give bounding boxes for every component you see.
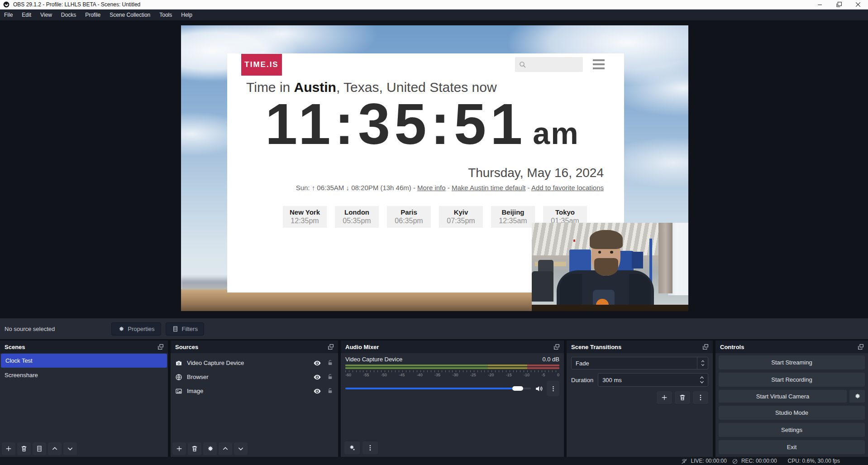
studio-mode-button[interactable]: Studio Mode <box>718 405 865 420</box>
add-source-button[interactable] <box>172 442 186 455</box>
scenes-header: Scenes <box>0 340 168 353</box>
restore-button[interactable] <box>835 1 843 8</box>
remove-transition-button[interactable] <box>675 391 690 404</box>
controls-panel: Controls Start Streaming Start Recording… <box>715 340 868 457</box>
move-scene-up-button[interactable] <box>48 442 62 455</box>
preview-area: TIME.IS Time in Austin, Texas, United St… <box>0 20 868 318</box>
duration-spinbox[interactable]: 300 ms <box>598 373 708 387</box>
person-beard <box>594 258 618 276</box>
volume-meter <box>345 367 559 369</box>
virtual-camera-settings-button[interactable] <box>849 389 865 403</box>
scene-filters-button[interactable] <box>33 442 46 455</box>
start-recording-button[interactable]: Start Recording <box>718 372 865 387</box>
audio-mixer-panel: Audio Mixer Video Capture Device 0.0 dB … <box>341 340 564 457</box>
move-scene-down-button[interactable] <box>63 442 77 455</box>
source-label: Browser <box>187 374 209 380</box>
settings-button[interactable]: Settings <box>718 422 865 437</box>
person-head <box>590 230 623 276</box>
spin-up-icon[interactable] <box>699 375 705 380</box>
add-transition-button[interactable] <box>657 391 672 404</box>
make-default-link: Make Austin time default <box>452 184 525 192</box>
popout-icon[interactable] <box>327 343 334 350</box>
add-scene-button[interactable] <box>2 442 15 455</box>
source-item-browser[interactable]: Browser <box>171 370 338 384</box>
popout-icon[interactable] <box>157 343 164 350</box>
source-status-text: No source selected <box>5 326 55 332</box>
gear-icon <box>118 326 124 332</box>
properties-button[interactable]: Properties <box>111 322 161 336</box>
scene-item-screenshare[interactable]: Screenshare <box>0 368 168 382</box>
duration-value: 300 ms <box>598 374 696 386</box>
remove-scene-button[interactable] <box>17 442 31 455</box>
webcam-bottom-edge <box>532 305 688 311</box>
mixer-channel-name: Video Capture Device <box>345 356 402 363</box>
search-icon <box>519 61 527 69</box>
spin-down-icon[interactable] <box>699 380 705 384</box>
move-source-down-button[interactable] <box>234 442 248 455</box>
scenes-panel: Scenes Clock Test Screenshare <box>0 340 168 457</box>
filters-icon <box>172 326 179 332</box>
obs-logo-icon <box>3 1 10 8</box>
menu-docks[interactable]: Docks <box>57 10 81 20</box>
properties-label: Properties <box>128 326 154 332</box>
start-streaming-button[interactable]: Start Streaming <box>718 355 865 370</box>
transition-menu-button[interactable] <box>693 391 708 404</box>
scene-transitions-panel: Scene Transitions Fade Duration 300 ms <box>567 340 713 457</box>
transition-select[interactable]: Fade <box>571 357 708 369</box>
source-item-video-capture[interactable]: Video Capture Device <box>171 356 338 370</box>
close-button[interactable] <box>854 1 862 8</box>
menu-file[interactable]: File <box>0 10 17 20</box>
more-info-link: More info <box>417 184 446 192</box>
mixer-channel-menu-button[interactable] <box>547 381 559 396</box>
filters-button[interactable]: Filters <box>166 322 204 336</box>
visibility-eye-icon[interactable] <box>313 387 321 395</box>
live-time: LIVE: 00:00:00 <box>691 458 726 464</box>
combo-spinner-icons[interactable] <box>697 357 708 369</box>
title-bar: OBS 29.1.2 - Profile: LLHLS BETA - Scene… <box>0 0 868 10</box>
source-properties-button[interactable] <box>203 442 217 455</box>
source-item-image[interactable]: Image <box>171 384 338 398</box>
scene-canvas[interactable]: TIME.IS Time in Austin, Texas, United St… <box>181 25 688 311</box>
move-source-up-button[interactable] <box>219 442 232 455</box>
visibility-eye-icon[interactable] <box>313 373 321 381</box>
start-virtual-camera-button[interactable]: Start Virtual Camera <box>718 389 847 403</box>
popout-icon[interactable] <box>857 343 864 350</box>
cpu-fps-stats: CPU: 0.6%, 30.00 fps <box>788 458 840 464</box>
visibility-eye-icon[interactable] <box>313 359 321 367</box>
mixer-menu-button[interactable] <box>362 441 378 454</box>
stream-inactive-icon <box>681 458 688 464</box>
volume-slider-handle[interactable] <box>512 386 523 391</box>
minimize-button[interactable] <box>816 1 824 8</box>
menu-edit[interactable]: Edit <box>17 10 36 20</box>
mixer-db-value: 0.0 dB <box>542 356 559 363</box>
menu-profile[interactable]: Profile <box>81 10 105 20</box>
menu-view[interactable]: View <box>36 10 57 20</box>
volume-slider[interactable] <box>345 388 531 389</box>
person-eye <box>610 251 613 254</box>
record-inactive-icon <box>731 458 739 464</box>
add-favorite-link: Add to favorite locations <box>531 184 604 192</box>
remove-source-button[interactable] <box>188 442 201 455</box>
timeis-logo: TIME.IS <box>241 54 282 76</box>
hamburger-menu-icon <box>593 59 605 69</box>
image-icon <box>175 388 182 395</box>
audio-mixer-title: Audio Mixer <box>345 344 379 350</box>
duration-label: Duration <box>571 377 593 384</box>
source-toolbar: No source selected Properties Filters <box>0 318 868 339</box>
unlock-icon[interactable] <box>327 388 334 394</box>
exit-button[interactable]: Exit <box>718 440 865 455</box>
advanced-audio-button[interactable] <box>344 441 360 454</box>
popout-icon[interactable] <box>553 343 560 350</box>
menu-scene-collection[interactable]: Scene Collection <box>105 10 155 20</box>
menu-help[interactable]: Help <box>176 10 197 20</box>
meter-tick-labels: -60-55-50-45-40-35-30-25-20-15-10-50 <box>345 373 559 377</box>
speaker-icon[interactable] <box>534 384 543 393</box>
popout-icon[interactable] <box>702 343 709 350</box>
scene-item-clock-test[interactable]: Clock Test <box>1 354 167 368</box>
sources-title: Sources <box>175 344 198 350</box>
scene-transitions-header: Scene Transitions <box>567 340 713 353</box>
audio-mixer-header: Audio Mixer <box>341 340 564 353</box>
unlock-icon[interactable] <box>327 360 334 366</box>
menu-tools[interactable]: Tools <box>155 10 176 20</box>
unlock-icon[interactable] <box>327 374 334 380</box>
